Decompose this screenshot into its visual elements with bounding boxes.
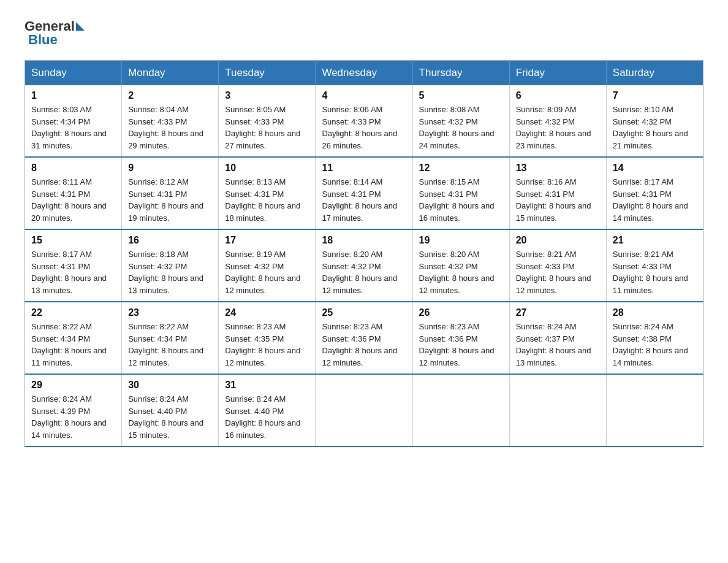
- calendar-week-2: 8Sunrise: 8:11 AMSunset: 4:31 PMDaylight…: [25, 157, 703, 229]
- day-cell-15: 15Sunrise: 8:17 AMSunset: 4:31 PMDayligh…: [25, 229, 122, 302]
- empty-day-cell: [316, 374, 412, 446]
- day-number: 2: [128, 90, 212, 101]
- day-info: Sunrise: 8:24 AMSunset: 4:38 PMDaylight:…: [613, 321, 697, 369]
- day-cell-7: 7Sunrise: 8:10 AMSunset: 4:32 PMDaylight…: [606, 85, 703, 157]
- empty-day-cell: [606, 374, 703, 446]
- calendar-week-1: 1Sunrise: 8:03 AMSunset: 4:34 PMDaylight…: [25, 85, 703, 157]
- day-number: 19: [419, 235, 503, 246]
- day-info: Sunrise: 8:23 AMSunset: 4:36 PMDaylight:…: [419, 321, 503, 369]
- day-cell-24: 24Sunrise: 8:23 AMSunset: 4:35 PMDayligh…: [219, 302, 316, 374]
- calendar-week-3: 15Sunrise: 8:17 AMSunset: 4:31 PMDayligh…: [25, 229, 703, 302]
- day-cell-29: 29Sunrise: 8:24 AMSunset: 4:39 PMDayligh…: [25, 374, 122, 446]
- day-cell-6: 6Sunrise: 8:09 AMSunset: 4:32 PMDaylight…: [509, 85, 606, 157]
- day-cell-10: 10Sunrise: 8:13 AMSunset: 4:31 PMDayligh…: [219, 157, 316, 229]
- day-info: Sunrise: 8:17 AMSunset: 4:31 PMDaylight:…: [31, 248, 115, 296]
- empty-day-cell: [509, 374, 606, 446]
- day-cell-8: 8Sunrise: 8:11 AMSunset: 4:31 PMDaylight…: [25, 157, 122, 229]
- day-number: 15: [31, 235, 115, 246]
- day-cell-9: 9Sunrise: 8:12 AMSunset: 4:31 PMDaylight…: [122, 157, 219, 229]
- day-info: Sunrise: 8:18 AMSunset: 4:32 PMDaylight:…: [128, 248, 212, 296]
- logo-blue-text: Blue: [28, 32, 58, 48]
- weekday-header-monday: Monday: [122, 61, 219, 86]
- day-cell-14: 14Sunrise: 8:17 AMSunset: 4:31 PMDayligh…: [606, 157, 703, 229]
- day-number: 1: [31, 90, 115, 101]
- day-info: Sunrise: 8:15 AMSunset: 4:31 PMDaylight:…: [419, 176, 503, 224]
- day-number: 17: [225, 235, 309, 246]
- day-info: Sunrise: 8:08 AMSunset: 4:32 PMDaylight:…: [419, 104, 503, 151]
- day-info: Sunrise: 8:03 AMSunset: 4:34 PMDaylight:…: [31, 104, 115, 151]
- day-info: Sunrise: 8:19 AMSunset: 4:32 PMDaylight:…: [225, 248, 309, 296]
- day-number: 21: [613, 235, 697, 246]
- weekday-header-wednesday: Wednesday: [316, 61, 412, 86]
- day-number: 6: [516, 90, 600, 101]
- day-info: Sunrise: 8:24 AMSunset: 4:37 PMDaylight:…: [516, 321, 600, 369]
- day-info: Sunrise: 8:23 AMSunset: 4:36 PMDaylight:…: [322, 321, 406, 369]
- day-info: Sunrise: 8:09 AMSunset: 4:32 PMDaylight:…: [516, 104, 600, 151]
- weekday-header-tuesday: Tuesday: [219, 61, 316, 86]
- day-number: 12: [419, 163, 503, 174]
- day-cell-13: 13Sunrise: 8:16 AMSunset: 4:31 PMDayligh…: [509, 157, 606, 229]
- day-info: Sunrise: 8:16 AMSunset: 4:31 PMDaylight:…: [516, 176, 600, 224]
- calendar-table: SundayMondayTuesdayWednesdayThursdayFrid…: [25, 60, 703, 447]
- day-cell-31: 31Sunrise: 8:24 AMSunset: 4:40 PMDayligh…: [219, 374, 316, 446]
- day-number: 16: [128, 235, 212, 246]
- day-number: 13: [516, 163, 600, 174]
- day-info: Sunrise: 8:21 AMSunset: 4:33 PMDaylight:…: [516, 248, 600, 296]
- day-info: Sunrise: 8:14 AMSunset: 4:31 PMDaylight:…: [322, 176, 406, 224]
- day-number: 29: [31, 380, 115, 391]
- day-info: Sunrise: 8:24 AMSunset: 4:40 PMDaylight:…: [128, 393, 212, 441]
- day-number: 5: [419, 90, 503, 101]
- day-info: Sunrise: 8:20 AMSunset: 4:32 PMDaylight:…: [322, 248, 406, 296]
- day-number: 14: [613, 163, 697, 174]
- day-info: Sunrise: 8:06 AMSunset: 4:33 PMDaylight:…: [322, 104, 406, 151]
- calendar-week-5: 29Sunrise: 8:24 AMSunset: 4:39 PMDayligh…: [25, 374, 703, 446]
- day-info: Sunrise: 8:12 AMSunset: 4:31 PMDaylight:…: [128, 176, 212, 224]
- day-cell-21: 21Sunrise: 8:21 AMSunset: 4:33 PMDayligh…: [606, 229, 703, 302]
- day-info: Sunrise: 8:21 AMSunset: 4:33 PMDaylight:…: [613, 248, 697, 296]
- day-cell-17: 17Sunrise: 8:19 AMSunset: 4:32 PMDayligh…: [219, 229, 316, 302]
- day-number: 27: [516, 307, 600, 318]
- day-cell-23: 23Sunrise: 8:22 AMSunset: 4:34 PMDayligh…: [122, 302, 219, 374]
- weekday-header-friday: Friday: [509, 61, 606, 86]
- day-cell-18: 18Sunrise: 8:20 AMSunset: 4:32 PMDayligh…: [316, 229, 412, 302]
- day-info: Sunrise: 8:22 AMSunset: 4:34 PMDaylight:…: [128, 321, 212, 369]
- day-info: Sunrise: 8:04 AMSunset: 4:33 PMDaylight:…: [128, 104, 212, 151]
- day-info: Sunrise: 8:17 AMSunset: 4:31 PMDaylight:…: [613, 176, 697, 224]
- day-cell-25: 25Sunrise: 8:23 AMSunset: 4:36 PMDayligh…: [316, 302, 412, 374]
- day-cell-28: 28Sunrise: 8:24 AMSunset: 4:38 PMDayligh…: [606, 302, 703, 374]
- day-number: 23: [128, 307, 212, 318]
- day-number: 18: [322, 235, 406, 246]
- day-info: Sunrise: 8:10 AMSunset: 4:32 PMDaylight:…: [613, 104, 697, 151]
- day-number: 9: [128, 163, 212, 174]
- day-cell-27: 27Sunrise: 8:24 AMSunset: 4:37 PMDayligh…: [509, 302, 606, 374]
- day-info: Sunrise: 8:13 AMSunset: 4:31 PMDaylight:…: [225, 176, 309, 224]
- empty-day-cell: [412, 374, 509, 446]
- day-info: Sunrise: 8:23 AMSunset: 4:35 PMDaylight:…: [225, 321, 309, 369]
- weekday-header-saturday: Saturday: [606, 61, 703, 86]
- weekday-header-thursday: Thursday: [412, 61, 509, 86]
- day-cell-16: 16Sunrise: 8:18 AMSunset: 4:32 PMDayligh…: [122, 229, 219, 302]
- day-cell-22: 22Sunrise: 8:22 AMSunset: 4:34 PMDayligh…: [25, 302, 122, 374]
- day-cell-2: 2Sunrise: 8:04 AMSunset: 4:33 PMDaylight…: [122, 85, 219, 157]
- day-number: 20: [516, 235, 600, 246]
- day-cell-19: 19Sunrise: 8:20 AMSunset: 4:32 PMDayligh…: [412, 229, 509, 302]
- day-number: 22: [31, 307, 115, 318]
- day-cell-3: 3Sunrise: 8:05 AMSunset: 4:33 PMDaylight…: [219, 85, 316, 157]
- day-cell-11: 11Sunrise: 8:14 AMSunset: 4:31 PMDayligh…: [316, 157, 412, 229]
- logo: General Blue: [25, 18, 86, 48]
- day-number: 28: [613, 307, 697, 318]
- day-number: 30: [128, 380, 212, 391]
- calendar-week-4: 22Sunrise: 8:22 AMSunset: 4:34 PMDayligh…: [25, 302, 703, 374]
- day-number: 3: [225, 90, 309, 101]
- day-info: Sunrise: 8:24 AMSunset: 4:40 PMDaylight:…: [225, 393, 309, 441]
- day-number: 7: [613, 90, 697, 101]
- day-number: 8: [31, 163, 115, 174]
- day-info: Sunrise: 8:24 AMSunset: 4:39 PMDaylight:…: [31, 393, 115, 441]
- day-cell-30: 30Sunrise: 8:24 AMSunset: 4:40 PMDayligh…: [122, 374, 219, 446]
- day-info: Sunrise: 8:22 AMSunset: 4:34 PMDaylight:…: [31, 321, 115, 369]
- day-number: 26: [419, 307, 503, 318]
- day-number: 25: [322, 307, 406, 318]
- day-number: 24: [225, 307, 309, 318]
- day-number: 4: [322, 90, 406, 101]
- calendar-header-row: SundayMondayTuesdayWednesdayThursdayFrid…: [25, 61, 703, 86]
